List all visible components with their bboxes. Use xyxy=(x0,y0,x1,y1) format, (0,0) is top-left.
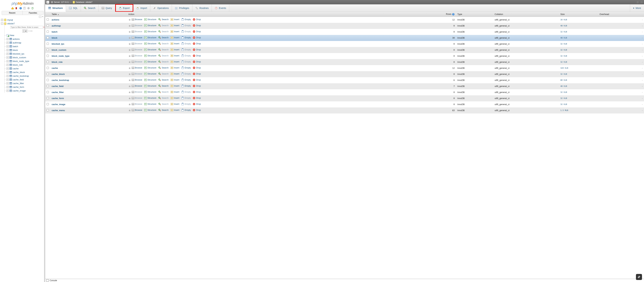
favorite-star-icon[interactable]: ★ xyxy=(128,36,131,40)
tab-search[interactable]: Search xyxy=(81,4,98,12)
collapse-icon[interactable]: − xyxy=(1,23,3,25)
drop-action[interactable]: Drop xyxy=(193,85,201,87)
drop-action[interactable]: Drop xyxy=(193,97,201,99)
row-checkbox[interactable] xyxy=(46,43,49,45)
insert-action[interactable]: Insert xyxy=(170,24,180,27)
table-name-link[interactable]: block_node_type xyxy=(52,55,70,57)
browse-action[interactable]: Browse xyxy=(132,30,142,33)
table-name-link[interactable]: cache_form xyxy=(52,97,64,100)
table-name-link[interactable]: authmap xyxy=(52,25,61,27)
tree-table-item[interactable]: + blocked_ips xyxy=(4,52,45,56)
recent-button[interactable]: Recent xyxy=(2,11,23,15)
browse-action[interactable]: Browse xyxy=(132,60,142,63)
drop-action[interactable]: Drop xyxy=(193,18,201,21)
tree-table-item[interactable]: + authmap xyxy=(4,41,45,45)
table-name-link[interactable]: block_custom xyxy=(52,49,66,51)
tree-table-label[interactable]: authmap xyxy=(13,42,21,44)
row-checkbox[interactable] xyxy=(46,91,49,93)
expand-icon[interactable]: + xyxy=(6,86,9,88)
row-size[interactable]: 32 KiB xyxy=(559,95,598,101)
tree-table-item[interactable]: + cache_filter xyxy=(4,82,45,85)
tree-table-label[interactable]: block_node_type xyxy=(13,60,29,63)
structure-action[interactable]: Structure xyxy=(144,79,156,81)
row-size[interactable]: 16 KiB xyxy=(559,17,598,23)
browse-action[interactable]: Browse xyxy=(132,48,142,51)
drop-action[interactable]: Drop xyxy=(193,30,201,33)
insert-action[interactable]: Insert xyxy=(170,30,180,33)
insert-action[interactable]: Insert xyxy=(170,73,180,75)
search-action[interactable]: Search xyxy=(158,36,168,39)
search-action[interactable]: Search xyxy=(158,67,168,69)
structure-action[interactable]: Structure xyxy=(144,73,156,75)
tree-table-label[interactable]: cache_field xyxy=(13,78,24,81)
empty-action[interactable]: Empty xyxy=(181,103,191,105)
drop-action[interactable]: Drop xyxy=(193,73,201,75)
favorite-star-icon[interactable]: ★ xyxy=(128,97,131,100)
insert-action[interactable]: Insert xyxy=(170,67,180,69)
favorite-star-icon[interactable]: ★ xyxy=(128,54,131,58)
empty-action[interactable]: Empty xyxy=(181,18,191,21)
row-checkbox[interactable] xyxy=(46,25,49,27)
table-name-link[interactable]: batch xyxy=(52,31,58,33)
expand-icon[interactable]: + xyxy=(6,90,9,92)
tree-new-table[interactable]: New xyxy=(4,34,45,37)
row-size[interactable]: 32 KiB xyxy=(559,101,598,107)
favorite-star-icon[interactable]: ★ xyxy=(128,67,131,70)
tree-table-item[interactable]: + actions xyxy=(4,37,45,41)
structure-action[interactable]: Structure xyxy=(144,48,156,51)
insert-action[interactable]: Insert xyxy=(170,18,180,21)
table-name-link[interactable]: blocked_ips xyxy=(52,43,64,45)
row-checkbox[interactable] xyxy=(46,49,49,51)
col-rows[interactable]: Rows xyxy=(413,12,456,17)
tree-table-item[interactable]: + block_role xyxy=(4,63,45,67)
tree-db-active[interactable]: − oldsite7 xyxy=(0,22,45,26)
drop-action[interactable]: Drop xyxy=(193,67,201,69)
structure-action[interactable]: Structure xyxy=(144,85,156,87)
browse-action[interactable]: Browse xyxy=(132,36,142,39)
link-icon[interactable]: ⚭ xyxy=(42,16,44,18)
unlink-icon[interactable]: — xyxy=(39,16,42,18)
row-checkbox[interactable] xyxy=(46,73,49,75)
row-checkbox[interactable] xyxy=(46,79,49,81)
favorite-star-icon[interactable]: ★ xyxy=(128,73,131,76)
drop-action[interactable]: Drop xyxy=(193,103,201,105)
row-size[interactable]: 32 KiB xyxy=(559,41,598,47)
tree-db-mysql[interactable]: + mysql xyxy=(0,18,45,22)
empty-action[interactable]: Empty xyxy=(181,79,191,81)
browse-action[interactable]: Browse xyxy=(132,18,142,21)
floating-link-button[interactable] xyxy=(636,274,642,280)
tree-page-select[interactable]: 1 xyxy=(22,30,27,33)
expand-icon[interactable]: + xyxy=(6,49,9,51)
structure-action[interactable]: Structure xyxy=(144,109,156,111)
breadcrumb-server-link[interactable]: 127.0.0.1 xyxy=(61,1,69,3)
row-size[interactable]: 32 KiB xyxy=(559,29,598,35)
favorite-star-icon[interactable]: ★ xyxy=(128,79,131,82)
drop-action[interactable]: Drop xyxy=(193,54,201,57)
phpmyadmin-logo[interactable]: phpMyAdmin xyxy=(0,0,45,6)
page-settings-icon[interactable] xyxy=(636,1,639,4)
browse-action[interactable]: Browse xyxy=(132,103,142,105)
favorite-star-icon[interactable]: ★ xyxy=(128,60,131,64)
empty-action[interactable]: Empty xyxy=(181,67,191,69)
favorites-button[interactable]: Favorites xyxy=(23,11,43,15)
structure-action[interactable]: Structure xyxy=(144,36,156,39)
drop-action[interactable]: Drop xyxy=(193,109,201,111)
row-size[interactable]: 48 KiB xyxy=(559,23,598,29)
tree-table-item[interactable]: + block_custom xyxy=(4,56,45,59)
col-size[interactable]: Size xyxy=(559,12,598,17)
expand-icon[interactable]: + xyxy=(1,19,3,21)
browse-action[interactable]: Browse xyxy=(132,54,142,57)
empty-action[interactable]: Empty xyxy=(181,73,191,75)
tab-export[interactable]: Export xyxy=(115,4,133,12)
tab-import[interactable]: Import xyxy=(133,4,150,12)
structure-action[interactable]: Structure xyxy=(144,97,156,99)
tab-sql[interactable]: SQL xyxy=(66,4,81,12)
settings-icon[interactable] xyxy=(27,7,30,10)
table-name-link[interactable]: cache xyxy=(52,67,58,69)
insert-action[interactable]: Insert xyxy=(170,79,180,81)
tab-privileges[interactable]: Privileges xyxy=(172,4,192,12)
table-name-link[interactable]: cache_bootstrap xyxy=(52,79,69,81)
breadcrumb-db-link[interactable]: oldsite7 xyxy=(86,1,92,3)
tree-table-item[interactable]: + block_node_type xyxy=(4,59,45,63)
tab-more[interactable]: ▾ More xyxy=(630,4,644,12)
